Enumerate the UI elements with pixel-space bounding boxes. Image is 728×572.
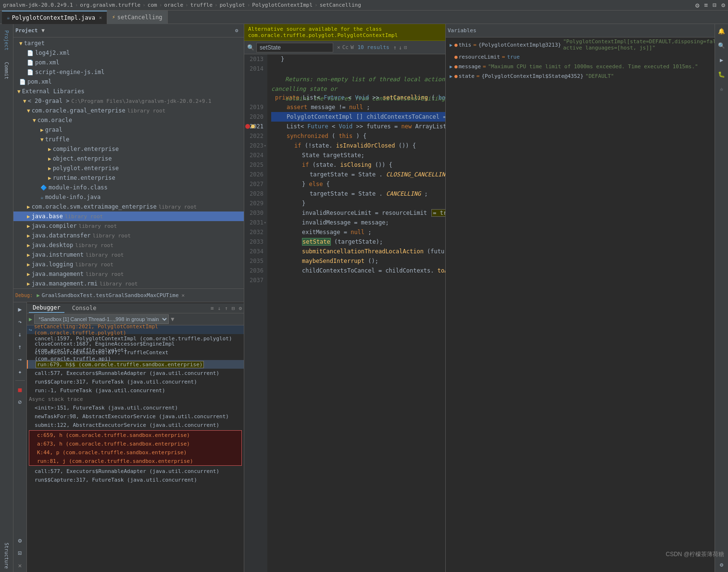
step-out-button[interactable]: ↑ — [15, 342, 25, 351]
toolbar-list-icon[interactable]: ≡ — [704, 1, 708, 9]
settings-button[interactable]: ⚙ — [15, 535, 25, 545]
thread-filter-button[interactable]: ▼ — [171, 316, 174, 323]
code-editor[interactable]: 2013 2014 2019 2020 2021 2022 2023 ▾ 202… — [244, 54, 445, 572]
search-next-button[interactable]: ↓ — [399, 44, 402, 51]
stop-button[interactable]: ■ — [15, 385, 25, 394]
toolbar-split-icon[interactable]: ⊟ — [713, 1, 716, 9]
tree-item-java-compiler[interactable]: ▶ java.compiler library root — [13, 221, 244, 231]
active-frame-item[interactable]: ↪ setCancelling:2021, PolyglotContextImp… — [27, 325, 244, 334]
tree-item-graal-enterprise[interactable]: ▼ com.oracle.graal_enterprise library ro… — [13, 106, 244, 115]
expand-arrow-state[interactable]: ▶ — [450, 74, 452, 79]
var-item-state[interactable]: ▶ ● state = {PolyglotContextImpl$State@4… — [446, 71, 715, 81]
async-frame-run-capture[interactable]: run$$Capture:317, FutureTask (java.util.… — [27, 475, 244, 484]
search-prev-button[interactable]: ↑ — [393, 44, 397, 51]
async-frame-init[interactable]: <init>:151, FutureTask (java.util.concur… — [27, 403, 244, 412]
var-icon-state: ● — [454, 73, 458, 79]
tree-item-java-instrument[interactable]: ▶ java.instrument library root — [13, 250, 244, 260]
thread-selector[interactable]: *Sandbox [1] Cancel Thread-1...,998 in g… — [34, 314, 169, 324]
tree-item-com-oracle[interactable]: ▼ com.oracle — [13, 115, 244, 125]
tree-item-java-management-rmi[interactable]: ▶ java.management.rmi library root — [13, 279, 244, 288]
tree-item-graal2[interactable]: ▶ graal — [13, 125, 244, 135]
stack-frame-run-capture[interactable]: run$$Capture:317, FutureTask (java.util.… — [27, 377, 244, 386]
gear-icon[interactable]: ⚙ — [231, 25, 242, 36]
stack-frame-run-1[interactable]: run:-1, FutureTask (java.util.concurrent… — [27, 386, 244, 395]
tree-item-log4j[interactable]: 📄 log4j2.xml — [13, 48, 244, 58]
search-close-icon[interactable]: ✕ — [337, 44, 340, 50]
toolbar-gear2-icon[interactable]: ⚙ — [721, 1, 725, 9]
debug-icon[interactable]: 🐛 — [716, 69, 727, 80]
async-frame-a[interactable]: a:673, h (com.oracle.truffle.sandbox.ent… — [29, 439, 241, 448]
async-frame-submit[interactable]: submit:122, AbstractExecutorService (jav… — [27, 421, 244, 429]
project-icon[interactable]: Project — [1, 26, 12, 55]
resume-button[interactable]: ▶ — [15, 304, 25, 314]
tab-console[interactable]: Console — [68, 304, 100, 312]
tree-item-pom[interactable]: 📄 pom.xml — [13, 58, 244, 67]
match-case-button[interactable]: Cc — [342, 44, 349, 50]
tree-item-object-enterprise[interactable]: ▶ object.enterprise — [13, 154, 244, 163]
debug-down-icon[interactable]: ↓ — [218, 305, 221, 311]
tree-item-extraimage[interactable]: ▶ com.oracle.svm.extraimage_enterprise l… — [13, 202, 244, 211]
var-item-message[interactable]: ▶ ● message = "Maximum CPU time limit of… — [446, 62, 715, 71]
debug-filter-icon[interactable]: ⊟ — [232, 305, 235, 311]
bookmark-icon[interactable]: ☆ — [716, 84, 727, 94]
tree-item-java-management[interactable]: ▶ java.management library root — [13, 269, 244, 279]
async-frame-new-task[interactable]: newTaskFor:98, AbstractExecutorService (… — [27, 412, 244, 421]
toolbar-settings-icon[interactable]: ⚙ — [695, 1, 699, 9]
var-item-this[interactable]: ▶ ● this = {PolyglotContextImpl@3213} "P… — [446, 37, 715, 52]
stack-frame-close-resource[interactable]: closeResourceExhausted:677, TruffleConte… — [27, 351, 244, 360]
tree-item-java-logging[interactable]: ▶ java.logging library root — [13, 260, 244, 269]
tree-item-runtime-enterprise[interactable]: ▶ runtime.enterprise — [13, 173, 244, 183]
debug-up-icon[interactable]: ↑ — [225, 305, 228, 311]
evaluate-button[interactable]: ✦ — [15, 367, 25, 376]
commit-icon[interactable]: Commit — [1, 59, 12, 83]
tree-item-polyglot-enterprise[interactable]: ▶ polyglot.enterprise — [13, 163, 244, 173]
tree-item-external-libs[interactable]: ▼ External Libraries — [13, 87, 244, 96]
fold-arrow2[interactable]: ▾ — [264, 220, 266, 225]
tree-item-truffle[interactable]: ▼ truffle — [13, 135, 244, 144]
tree-item-script-engine[interactable]: 📄 script-engine-js.iml — [13, 67, 244, 77]
run-to-cursor-button[interactable]: → — [15, 354, 25, 364]
tree-item-java-desktop[interactable]: ▶ java.desktop library root — [13, 240, 244, 250]
search-input[interactable] — [256, 43, 333, 52]
debug-session-close[interactable]: ✕ — [182, 292, 185, 298]
tab-setcancelling[interactable]: ⚡ setCancelling — [107, 11, 168, 24]
async-frame-run[interactable]: run:81, j (com.oracle.truffle.sandbox.en… — [29, 457, 241, 465]
run-icon[interactable]: ▶ — [716, 55, 727, 65]
settings3-icon[interactable]: ⚙ — [716, 560, 727, 570]
dropdown-arrow[interactable]: ▼ — [41, 27, 45, 34]
whole-word-button[interactable]: W — [351, 44, 354, 50]
async-frame-k[interactable]: K:44, p (com.oracle.truffle.sandbox.ente… — [29, 448, 241, 457]
search-wrap-button[interactable]: ⊡ — [404, 45, 407, 50]
line-2021[interactable]: 2021 — [244, 122, 267, 131]
close-debug-button[interactable]: ✕ — [15, 560, 25, 570]
debug-list-icon[interactable]: ≡ — [211, 305, 214, 311]
tree-item-graal[interactable]: ▼ < 20-graal > C:\Program Files\Java\gra… — [13, 96, 244, 106]
step-over-button[interactable]: ↷ — [15, 317, 25, 326]
tree-item-target[interactable]: ▼ target — [13, 38, 244, 48]
structure-icon[interactable]: Structure — [1, 541, 12, 570]
layout-button[interactable]: ⊡ — [15, 548, 25, 558]
tree-item-pom2[interactable]: 📄 pom.xml — [13, 77, 244, 87]
var-item-resourcelimit[interactable]: ▶ ● resourceLimit = true — [446, 52, 715, 62]
tree-item-module-info-class[interactable]: 🔷 module-info.class — [13, 183, 244, 192]
tree-item-java-base[interactable]: ▶ java.base library root — [13, 211, 244, 221]
search2-icon[interactable]: 🔍 — [716, 40, 727, 51]
right-icons: 🔔 🔍 ▶ 🐛 ☆ ⚙ — [715, 24, 728, 572]
debug-settings2-icon[interactable]: ⚙ — [238, 305, 242, 311]
expand-arrow-message[interactable]: ▶ — [450, 64, 452, 69]
step-into-button[interactable]: ↓ — [15, 329, 25, 339]
async-frame-call2[interactable]: call:577, Executors$RunnableAdapter (jav… — [27, 467, 244, 475]
tree-item-compiler-enterprise[interactable]: ▶ compiler.enterprise — [13, 144, 244, 154]
async-frame-c[interactable]: c:659, h (com.oracle.truffle.sandbox.ent… — [29, 431, 241, 439]
tree-item-java-datatransfer[interactable]: ▶ java.datatransfer library root — [13, 231, 244, 240]
tab-polyglot-java[interactable]: ☕ PolyglotContextImpl.java ✕ — [2, 11, 107, 24]
tab-debugger[interactable]: Debugger — [29, 303, 64, 313]
fold-arrow[interactable]: ▾ — [264, 143, 266, 148]
method-icon: ⚡ — [112, 14, 115, 20]
notifications-icon[interactable]: 🔔 — [716, 26, 727, 37]
stack-frame-call[interactable]: call:577, Executors$RunnableAdapter (jav… — [27, 369, 244, 377]
tree-item-module-info-java[interactable]: ☕ module-info.java — [13, 192, 244, 202]
expand-arrow-this[interactable]: ▶ — [450, 42, 452, 48]
mute-breakpoints-button[interactable]: ⊘ — [15, 397, 25, 407]
tab-close-button[interactable]: ✕ — [99, 15, 102, 20]
